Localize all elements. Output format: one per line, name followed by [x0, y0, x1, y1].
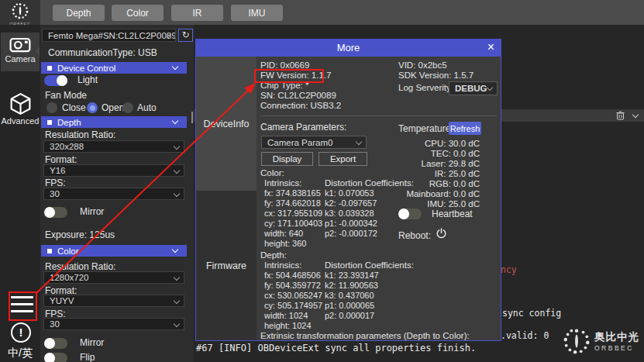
section-header-device-control[interactable]: Device Control	[41, 62, 187, 74]
about-info-icon[interactable]: !	[11, 322, 31, 343]
square-bullet-icon	[47, 120, 52, 125]
color-format-dropdown[interactable]: YUYV	[43, 295, 184, 307]
extrinsic-label: Extrinsic transformation parameters (Dep…	[260, 331, 470, 340]
chevron-down-icon	[174, 274, 180, 281]
tab-ir[interactable]: IR	[171, 5, 223, 21]
power-reboot-icon[interactable]	[436, 228, 446, 239]
log-severity-label: Log Serverity:	[398, 83, 453, 92]
language-toggle[interactable]: 中/英	[0, 346, 40, 360]
depth-mirror-label: Mirror	[80, 206, 104, 217]
depth-fps-label: FPS:	[45, 178, 66, 188]
fan-radio-open[interactable]	[87, 102, 98, 113]
camera-parameters-label: Camera Parameters:	[260, 122, 346, 133]
chip-type-text: Chip Type: *	[260, 81, 308, 90]
depth-format-dropdown[interactable]: Y16	[43, 164, 184, 177]
temperature-refresh-button[interactable]: Refresh	[449, 122, 481, 135]
more-dialog: More × DeviceInfo Firmware PID: 0x0669 F…	[195, 39, 501, 341]
chevron-down-icon	[172, 118, 178, 124]
color-resolution-label: Resulation Ratio:	[45, 261, 115, 272]
device-control-panel: Femto Mega#SN:CL2LC2P0089 US ↻ Communica…	[40, 25, 194, 362]
trash-icon[interactable]	[616, 111, 625, 120]
log-severity-dropdown[interactable]: DEBUG	[449, 81, 498, 95]
exposure-text: Exposure: 125us	[45, 229, 115, 240]
chevron-down-icon	[174, 167, 180, 174]
color-flip-toggle[interactable]	[44, 353, 67, 362]
temperature-readings: CPU: 30.0 dC TEC: 0.0 dC Laser: 29.8 dC …	[351, 139, 480, 209]
depth-mirror-toggle[interactable]	[44, 207, 67, 218]
orbbec-logo: ORBBEC	[0, 0, 40, 25]
top-bar: ORBBEC Depth Color IR IMU	[0, 0, 644, 25]
orbbec-viewer-window: ORBBEC Depth Color IR IMU Camera	[0, 0, 644, 362]
orbbec-starburst-icon	[562, 326, 591, 356]
device-select-value: Femto Mega#SN:CL2LC2P0089 US	[48, 31, 176, 40]
section-header-color[interactable]: Color	[41, 245, 187, 257]
log-fragment-valid: .valid: 0	[501, 330, 549, 341]
sidebar: Camera Advanced ! 中/英	[0, 25, 40, 362]
square-bullet-icon	[47, 66, 52, 71]
tab-depth[interactable]: Depth	[53, 5, 105, 21]
chevron-down-icon	[174, 321, 180, 327]
fan-radio-auto[interactable]	[122, 102, 133, 113]
fan-close-label: Close	[62, 102, 86, 113]
sidebar-camera-label: Camera	[1, 54, 40, 64]
chevron-down-icon	[172, 64, 178, 70]
fan-radio-close[interactable]	[46, 102, 57, 113]
close-icon[interactable]: ×	[487, 40, 494, 55]
color-mirror-toggle[interactable]	[44, 338, 67, 349]
log-fragment-red: ncy	[501, 264, 517, 275]
camera-icon	[9, 36, 31, 53]
chevron-down-icon	[174, 191, 180, 197]
communication-type-text: CommunicationType: USB	[48, 47, 157, 58]
heartbeat-label: Heartbeat	[432, 209, 473, 219]
sn-text: SN: CL2LC2P0089	[260, 91, 336, 100]
fan-auto-label: Auto	[137, 102, 157, 113]
section-header-depth[interactable]: Depth	[41, 116, 187, 128]
more-dialog-body: DeviceInfo Firmware PID: 0x0669 FW Versi…	[196, 57, 501, 340]
watermark-cn-text: 奥比中光	[594, 330, 639, 344]
depth-distortion-label: Distortion Coefficients:	[325, 260, 414, 270]
modal-tab-deviceinfo[interactable]: DeviceInfo	[196, 57, 257, 191]
display-button[interactable]: Display	[261, 152, 313, 166]
modal-tab-firmware[interactable]: Firmware	[196, 191, 257, 340]
light-toggle[interactable]	[44, 75, 67, 86]
sidebar-item-camera[interactable]: Camera	[1, 33, 40, 71]
log-fragment-sync: sync config	[502, 308, 561, 319]
pid-text: PID: 0x0669	[260, 60, 309, 70]
log-line: #67 [INFO] OBDeviceExt sync all properti…	[196, 343, 476, 353]
device-select-dropdown[interactable]: Femto Mega#SN:CL2LC2P0089 US	[42, 29, 176, 42]
depth-intrinsics-list: fx: 504.468506 fy: 504.359772 cx: 530.06…	[264, 271, 322, 331]
color-flip-label: Flip	[80, 352, 95, 362]
tab-color[interactable]: Color	[112, 5, 164, 21]
menu-hamburger-icon[interactable]	[11, 296, 33, 317]
orbbec-starburst-icon	[11, 2, 29, 20]
depth-resolution-dropdown[interactable]: 320x288	[43, 140, 184, 153]
chevron-down-icon	[172, 247, 178, 253]
color-resolution-dropdown[interactable]: 1280x720	[43, 271, 184, 284]
color-intrinsics-list: fx: 374.838165 fy: 374.662018 cx: 317.95…	[264, 188, 322, 249]
watermark-en-text: ORBBEC	[594, 344, 639, 352]
vid-text: VID: 0x2bc5	[398, 60, 447, 70]
color-intrinsics-label: Intrinsics:	[264, 178, 302, 188]
tab-imu[interactable]: IMU	[231, 5, 283, 21]
sidebar-item-advanced[interactable]: Advanced	[1, 91, 40, 130]
chevron-down-icon[interactable]	[632, 112, 639, 118]
temperature-label: Temperature:	[398, 123, 453, 134]
color-fps-dropdown[interactable]: 30	[43, 318, 184, 330]
color-mirror-label: Mirror	[80, 337, 104, 348]
sidebar-advanced-label: Advanced	[1, 116, 40, 126]
panel-scrollbar[interactable]	[191, 112, 193, 123]
camera-selected-notch	[36, 47, 40, 56]
more-dialog-titlebar[interactable]: More ×	[196, 40, 501, 57]
light-label: Light	[77, 74, 98, 85]
device-refresh-button[interactable]: ↻	[178, 29, 193, 42]
depth-fps-dropdown[interactable]: 30	[43, 188, 184, 200]
depth-distortion-list: k1: 23.393147 k2: 11.900563 k3: 0.437060…	[325, 271, 379, 321]
depth-intrinsics-label: Intrinsics:	[264, 260, 302, 270]
chevron-down-icon	[487, 84, 493, 91]
heartbeat-toggle[interactable]	[398, 209, 422, 219]
square-bullet-icon	[47, 249, 52, 253]
chevron-down-icon	[174, 143, 180, 150]
depth-resolution-label: Resulation Ratio:	[45, 129, 115, 140]
orbbec-watermark: 奥比中光 ORBBEC	[562, 326, 639, 356]
color-params-label: Color:	[260, 168, 284, 178]
